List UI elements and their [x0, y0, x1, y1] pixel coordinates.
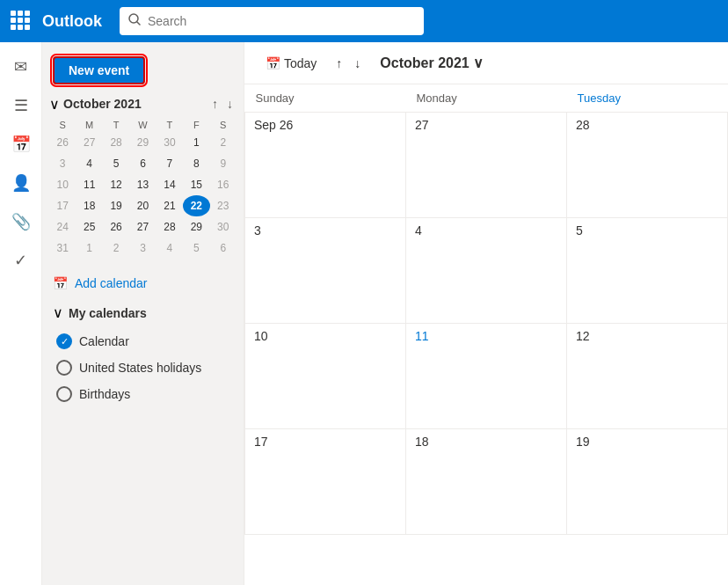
calendar-checkbox[interactable] [56, 386, 72, 402]
mini-cal-day[interactable]: 16 [210, 174, 237, 195]
mini-cal-day[interactable]: 17 [49, 195, 76, 216]
calendar-item[interactable]: United States holidays [42, 355, 244, 381]
day-number: 3 [254, 223, 261, 238]
mini-cal-day[interactable]: 5 [183, 238, 209, 259]
mini-cal-day[interactable]: 6 [129, 153, 156, 174]
cal-grid-cell[interactable]: 19 [567, 429, 728, 535]
add-calendar-button[interactable]: 📅 Add calendar [42, 269, 244, 297]
mini-cal-day[interactable]: 25 [76, 216, 102, 238]
mini-cal-day[interactable]: 22 [183, 195, 209, 216]
mini-cal-day[interactable]: 4 [157, 238, 183, 259]
cal-grid-cell[interactable]: 28 [567, 113, 728, 218]
mini-cal-nav: ↑ ↓ [208, 95, 237, 113]
mail-icon[interactable]: ✉ [4, 49, 39, 84]
mini-cal-day[interactable]: 2 [210, 132, 237, 153]
main-toolbar: 📅 Today ↑ ↓ October 2021 ∨ [244, 42, 728, 84]
day-number: 5 [576, 223, 583, 238]
calendar-checkbox[interactable] [56, 360, 72, 376]
cal-grid-cell[interactable]: 27 [406, 113, 567, 218]
add-calendar-label: Add calendar [75, 276, 148, 290]
mini-cal-day[interactable]: 28 [103, 132, 129, 153]
mini-cal-header: ∨ October 2021 ↑ ↓ [49, 95, 237, 113]
cal-grid-cell[interactable]: 11 [406, 324, 567, 429]
calendar-item-label: Birthdays [79, 387, 130, 401]
mini-cal-day[interactable]: 14 [157, 174, 183, 195]
mini-cal-day[interactable]: 31 [49, 238, 76, 259]
mini-cal-day[interactable]: 5 [103, 153, 129, 174]
mini-cal-day[interactable]: 18 [76, 195, 102, 216]
calendar-items: CalendarUnited States holidaysBirthdays [42, 328, 244, 407]
my-calendars-header[interactable]: ∨ My calendars [42, 297, 244, 328]
mini-cal-chevron-icon: ∨ [49, 96, 60, 113]
cal-grid-cell[interactable]: 17 [245, 429, 406, 535]
mini-cal-day[interactable]: 11 [76, 174, 102, 195]
mini-cal-day[interactable]: 30 [157, 132, 183, 153]
day-number: 28 [576, 118, 590, 132]
day-header-mon: M [76, 118, 102, 132]
icon-rail: ✉ ☰ 📅 👤 📎 ✓ [0, 42, 42, 585]
cal-grid-cell[interactable]: 12 [567, 324, 728, 429]
mini-cal-day[interactable]: 10 [49, 174, 76, 195]
new-event-button[interactable]: New event [53, 56, 145, 84]
apps-icon[interactable] [11, 11, 32, 32]
mini-cal-day[interactable]: 1 [183, 132, 209, 153]
mini-cal-day[interactable]: 8 [183, 153, 209, 174]
mini-cal-prev-button[interactable]: ↑ [208, 95, 222, 113]
tasks-icon[interactable]: ✓ [4, 243, 39, 278]
toolbar-next-button[interactable]: ↓ [349, 53, 366, 74]
mini-cal-day[interactable]: 23 [210, 195, 237, 216]
cal-grid-cell[interactable]: 18 [406, 429, 567, 535]
day-number: 27 [415, 118, 429, 132]
mini-cal-day[interactable]: 9 [210, 153, 237, 174]
mini-cal-day[interactable]: 20 [129, 195, 156, 216]
mini-cal-day[interactable]: 19 [103, 195, 129, 216]
toolbar-month-selector[interactable]: October 2021 ∨ [373, 51, 490, 75]
cal-grid-cell[interactable]: 5 [567, 218, 728, 324]
mini-cal-day[interactable]: 28 [157, 216, 183, 238]
mini-cal-day[interactable]: 7 [157, 153, 183, 174]
people-icon[interactable]: 👤 [4, 165, 39, 201]
search-bar[interactable] [120, 7, 424, 35]
mini-cal-day[interactable]: 30 [210, 216, 237, 238]
cal-grid-cell[interactable]: 3 [245, 218, 406, 324]
mini-cal-day[interactable]: 6 [210, 238, 237, 259]
cal-grid-cell[interactable]: 4 [406, 218, 567, 324]
attachment-icon[interactable]: 📎 [4, 204, 39, 239]
mini-cal-title: October 2021 [63, 97, 142, 111]
mini-cal-day[interactable]: 21 [157, 195, 183, 216]
day-header-sun: S [49, 118, 76, 132]
cal-grid-col-header: Sunday [245, 84, 406, 113]
day-number: 19 [576, 435, 590, 449]
mini-cal-day[interactable]: 27 [76, 132, 102, 153]
mini-cal-day[interactable]: 15 [183, 174, 209, 195]
calendar-item[interactable]: Birthdays [42, 381, 244, 407]
hamburger-icon[interactable]: ☰ [4, 88, 39, 123]
mini-cal-day[interactable]: 29 [183, 216, 209, 238]
toolbar-prev-button[interactable]: ↑ [331, 53, 347, 74]
cal-grid-col-header: Monday [406, 84, 567, 113]
mini-cal-day[interactable]: 24 [49, 216, 76, 238]
cal-grid-cell[interactable]: 10 [245, 324, 406, 429]
search-icon [128, 13, 141, 29]
cal-grid-cell[interactable]: Sep 26 [245, 113, 406, 218]
mini-cal-day[interactable]: 26 [103, 216, 129, 238]
day-header-wed: W [129, 118, 156, 132]
mini-cal-day[interactable]: 2 [103, 238, 129, 259]
mini-cal-day[interactable]: 13 [129, 174, 156, 195]
mini-cal-day[interactable]: 1 [76, 238, 102, 259]
mini-cal-day[interactable]: 26 [49, 132, 76, 153]
calendar-item[interactable]: Calendar [42, 328, 244, 355]
search-input[interactable] [148, 14, 415, 28]
mini-cal-day[interactable]: 3 [49, 153, 76, 174]
mini-cal-day[interactable]: 4 [76, 153, 102, 174]
day-header-thu: T [157, 118, 183, 132]
mini-cal-day[interactable]: 27 [129, 216, 156, 238]
mini-cal-day[interactable]: 12 [103, 174, 129, 195]
today-button[interactable]: 📅 Today [258, 53, 324, 74]
mini-cal-day[interactable]: 29 [129, 132, 156, 153]
mini-cal-next-button[interactable]: ↓ [223, 95, 237, 113]
calendar-checkbox[interactable] [56, 333, 72, 349]
calendar-icon[interactable]: 📅 [4, 127, 39, 162]
mini-cal-title-row[interactable]: ∨ October 2021 [49, 96, 142, 113]
mini-cal-day[interactable]: 3 [129, 238, 156, 259]
